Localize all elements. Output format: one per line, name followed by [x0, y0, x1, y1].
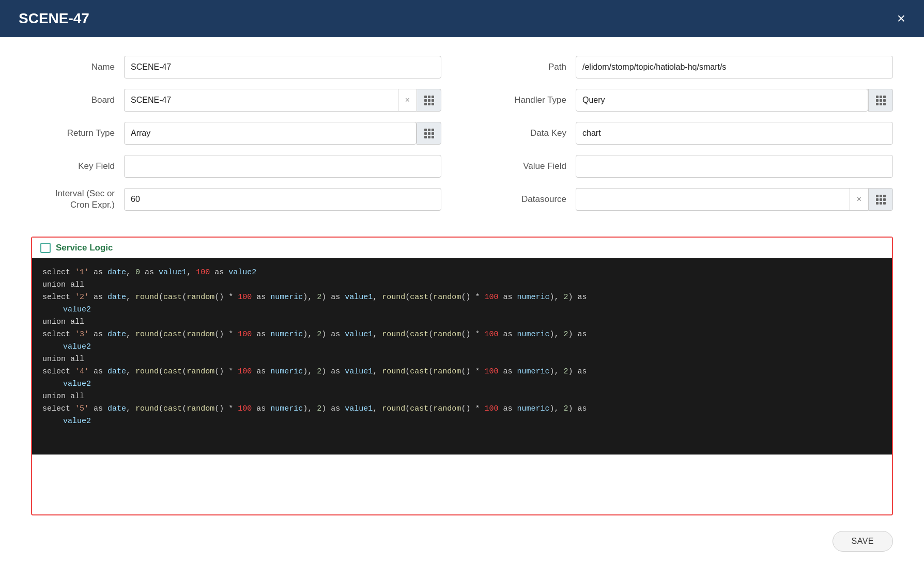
code-line-10: value2: [42, 378, 882, 390]
form-half-handler-type: Handler Type: [483, 89, 893, 112]
interval-input[interactable]: [124, 188, 441, 211]
code-line-4: value2: [42, 304, 882, 316]
value-field-label: Value Field: [483, 161, 576, 171]
form-row-2: Board × Handler Type: [31, 89, 893, 112]
service-logic-icon: [40, 243, 51, 253]
save-button[interactable]: SAVE: [833, 531, 894, 552]
code-line-8: union all: [42, 353, 882, 366]
data-key-label: Data Key: [483, 128, 576, 138]
code-line-7: value2: [42, 341, 882, 353]
service-logic-title: Service Logic: [56, 243, 113, 253]
form-half-datasource: Datasource ×: [483, 188, 893, 211]
path-input[interactable]: [576, 56, 893, 79]
code-editor[interactable]: select '1' as date, 0 as value1, 100 as …: [32, 258, 892, 455]
form-half-path: Path: [483, 56, 893, 79]
datasource-input[interactable]: [576, 188, 850, 211]
datasource-clear-button[interactable]: ×: [850, 188, 868, 211]
form-half-name: Name: [31, 56, 441, 79]
return-type-label: Return Type: [31, 128, 124, 138]
form-half-data-key: Data Key: [483, 122, 893, 145]
datasource-label: Datasource: [483, 194, 576, 205]
form-row-4: Key Field Value Field: [31, 155, 893, 178]
handler-type-label: Handler Type: [483, 95, 576, 105]
board-picker-button[interactable]: [417, 89, 441, 112]
interval-label: Interval (Sec orCron Expr.): [31, 188, 124, 211]
board-input[interactable]: [124, 89, 398, 112]
code-line-1: select '1' as date, 0 as value1, 100 as …: [42, 267, 882, 279]
key-field-input[interactable]: [124, 155, 441, 178]
form-area: Name Path Board ×: [0, 37, 924, 231]
datasource-picker-button[interactable]: [868, 188, 893, 211]
code-line-5: union all: [42, 316, 882, 328]
window-title: SCENE-47: [19, 10, 89, 27]
return-type-picker-button[interactable]: [417, 122, 441, 145]
name-label: Name: [31, 62, 124, 72]
code-line-2: union all: [42, 279, 882, 291]
code-line-3: select '2' as date, round(cast(random() …: [42, 291, 882, 304]
service-logic-header: Service Logic: [32, 238, 892, 258]
board-clear-button[interactable]: ×: [398, 89, 417, 112]
footer: SAVE: [0, 526, 924, 564]
handler-type-picker-button[interactable]: [868, 89, 893, 112]
name-input[interactable]: [124, 56, 441, 79]
path-label: Path: [483, 62, 576, 72]
close-button[interactable]: ×: [897, 11, 905, 26]
service-logic-section: Service Logic select '1' as date, 0 as v…: [31, 237, 893, 515]
form-half-interval: Interval (Sec orCron Expr.): [31, 188, 441, 211]
form-row-5: Interval (Sec orCron Expr.) Datasource ×: [31, 188, 893, 211]
handler-type-input[interactable]: [576, 89, 868, 112]
board-label: Board: [31, 95, 124, 105]
return-type-picker-grid-icon: [424, 129, 434, 138]
picker-grid-icon: [424, 96, 434, 105]
form-row-1: Name Path: [31, 56, 893, 79]
form-half-value-field: Value Field: [483, 155, 893, 178]
code-line-9: select '4' as date, round(cast(random() …: [42, 366, 882, 378]
value-field-input[interactable]: [576, 155, 893, 178]
header: SCENE-47 ×: [0, 0, 924, 37]
handler-type-input-group: [576, 89, 893, 112]
form-half-board: Board ×: [31, 89, 441, 112]
form-row-3: Return Type Data Key: [31, 122, 893, 145]
code-line-12: select '5' as date, round(cast(random() …: [42, 403, 882, 415]
board-input-group: ×: [124, 89, 441, 112]
datasource-input-group: ×: [576, 188, 893, 211]
form-half-return-type: Return Type: [31, 122, 441, 145]
form-half-key-field: Key Field: [31, 155, 441, 178]
code-line-11: union all: [42, 390, 882, 403]
key-field-label: Key Field: [31, 161, 124, 171]
code-line-13: value2: [42, 415, 882, 428]
return-type-input-group: [124, 122, 441, 145]
app-window: SCENE-47 × Name Path Board ×: [0, 0, 924, 564]
return-type-input[interactable]: [124, 122, 417, 145]
code-line-6: select '3' as date, round(cast(random() …: [42, 328, 882, 341]
datasource-picker-grid-icon: [876, 195, 886, 205]
handler-picker-grid-icon: [876, 96, 886, 105]
data-key-input[interactable]: [576, 122, 893, 145]
